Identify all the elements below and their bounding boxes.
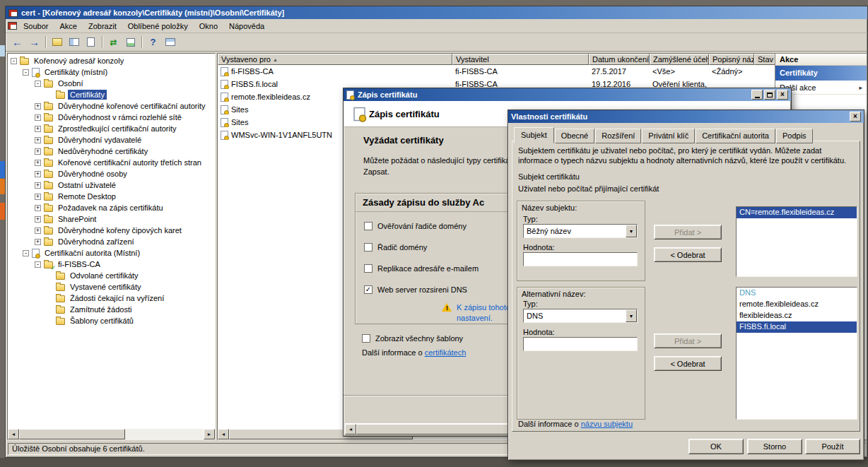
tree-item-ostatni-uzivatele[interactable]: +Ostatní uživatelé [8,179,215,191]
expand-icon[interactable]: + [35,239,41,245]
minimize-button[interactable] [751,90,763,100]
refresh-button[interactable]: ⇄ [105,35,122,49]
expand-icon[interactable]: + [35,103,41,110]
scroll-right-icon[interactable]: ► [204,429,215,439]
tree-item-duveryhodne-korenove-certifikacni-autority[interactable]: +Důvěryhodné kořenové certifikační autor… [8,100,215,112]
scroll-track[interactable] [125,429,204,439]
tree-item-korenovy-adresar-konzoly[interactable]: -Kořenový adresář konzoly [8,55,215,66]
tree-item-duveryhodnost-v-ramci-rozlehle-site[interactable]: +Důvěryhodnost v rámci rozlehlé sítě [8,112,215,123]
expand-icon[interactable]: + [35,160,41,166]
menu-soubor[interactable]: Soubor [18,20,53,32]
scroll-left-icon[interactable]: ◄ [8,429,19,439]
show-all-templates-checkbox[interactable]: Zobrazit všechny šablony [362,331,463,345]
alt-name-list[interactable]: DNSremote.flexibleideas.czflexibleideas.… [736,287,857,420]
tree-item-osobni[interactable]: -Osobní [8,78,215,89]
remove-subject-button[interactable]: < Odebrat [654,247,722,262]
expand-icon[interactable]: + [35,205,41,211]
tree-item-korenove-certifikacni-autority-tretich-stran[interactable]: +Kořenové certifikační autority třetích … [8,157,215,168]
subject-name-list[interactable]: CN=remote.flexibleideas.cz [736,206,857,277]
checkbox-unchecked[interactable] [364,264,373,273]
certificate-row[interactable]: fi-FISBS-CAfi-FISBS-CA27.5.2017<Vše><Žád… [218,65,775,78]
subject-value-input[interactable] [523,252,638,266]
tree-item-duveryhodne-koreny-cipovych-karet[interactable]: +Důvěryhodné kořeny čipových karet [8,225,215,236]
expand-icon[interactable]: + [35,182,41,189]
subject-entry[interactable]: CN=remote.flexibleideas.cz [737,207,857,218]
tree-item-zadosti-cekajici-na-vyrizeni[interactable]: +Žádosti čekající na vyřízení [8,292,215,304]
back-button[interactable]: ← [9,35,25,49]
menu-zobrazit[interactable]: Zobrazit [83,20,122,32]
expand-icon[interactable]: + [35,171,41,177]
tree-item-zprostredkujici-certifikacni-autority[interactable]: +Zprostředkující certifikační autority [8,123,215,134]
checkbox-unchecked[interactable] [364,222,373,230]
export-list-button[interactable] [122,35,139,49]
tree-item-fi-fisbs-ca[interactable]: -fi-FISBS-CA [8,259,215,270]
dropdown-arrow-icon[interactable]: ▼ [626,225,637,237]
add-subject-button[interactable]: Přidat > [654,225,722,240]
expand-icon[interactable]: + [35,137,41,143]
column-header-vystavitel[interactable]: Vystavitel [452,54,589,65]
alt-name-entry[interactable]: remote.flexibleideas.cz [737,299,857,310]
subject-name-link[interactable]: názvu subjektu [581,420,633,428]
column-header-datum-ukonceni[interactable]: Datum ukončení... [589,54,650,65]
maximize-button[interactable] [764,90,775,100]
tree-item-duveryhodna-zarizeni[interactable]: +Důvěryhodná zařízení [8,236,215,247]
certificates-link[interactable]: certifikátech [425,348,467,357]
tab-privatni-klic[interactable]: Privátní klíč [642,129,695,143]
menu-okno[interactable]: Okno [194,20,223,32]
column-header-vystaveno-pro[interactable]: Vystaveno pro▲ [218,54,452,65]
tab-obecne[interactable]: Obecné [555,129,595,143]
ok-button[interactable]: OK [688,439,744,454]
tree-item-odvolane-certifikaty[interactable]: +Odvolané certifikáty [8,270,215,281]
tree-item-certifikacni-autorita-mistni[interactable]: -Certifikační autorita (Místní) [8,247,215,259]
enroll-dialog-titlebar[interactable]: Zápis certifikátu × [344,88,791,101]
close-button[interactable]: × [777,90,788,100]
tree-item-certifikaty-mistni[interactable]: -Certifikáty (místní) [8,66,215,78]
add-alt-button[interactable]: Přidat > [654,333,722,348]
tree-item-vystavene-certifikaty[interactable]: +Vystavené certifikáty [8,281,215,292]
collapse-icon[interactable]: - [35,261,41,268]
tab-subjekt[interactable]: Subjekt [514,127,554,143]
child-window-icon[interactable] [8,22,17,30]
column-header-stav[interactable]: Stav [754,54,775,65]
tab-podpis[interactable]: Podpis [776,129,813,143]
checkbox-checked[interactable]: ✓ [364,285,373,294]
scroll-left-icon[interactable]: ◄ [345,424,356,435]
checkbox-unchecked[interactable] [364,243,373,252]
titlebar[interactable]: cert - [Kořenový adresář konzoly\Certifi… [6,6,867,19]
tree-hscrollbar[interactable]: ◄ ► [8,428,215,439]
expand-icon[interactable]: + [35,114,41,121]
tab-certifikacni-autorita[interactable]: Certifikační autorita [696,129,775,143]
remove-alt-button[interactable]: < Odebrat [654,356,722,371]
expand-icon[interactable]: + [35,194,41,200]
help-button[interactable]: ? [145,35,161,49]
column-header-popisny-nazev[interactable]: Popisný název [709,54,754,65]
scroll-thumb[interactable] [19,429,125,439]
alt-value-input[interactable] [523,337,638,351]
apply-button[interactable]: Použít [805,439,860,454]
column-header-zamyslene-ucely[interactable]: Zamýšlené účely [650,54,709,65]
tree-item-remote-desktop[interactable]: +Remote Desktop [8,191,215,202]
checkbox-unchecked[interactable] [362,334,370,343]
subject-type-select[interactable]: Běžný název ▼ [523,224,638,238]
dropdown-arrow-icon[interactable]: ▼ [626,309,637,322]
collapse-icon[interactable]: - [23,69,29,76]
actions-section-header[interactable]: Certifikáty [775,66,867,81]
tree-item-zamitnute-zadosti[interactable]: +Zamítnuté žádosti [8,304,215,315]
properties-dialog-titlebar[interactable]: Vlastnosti certifikátu × [508,110,864,123]
expand-icon[interactable]: + [35,227,41,234]
console-tree-button[interactable] [66,35,82,49]
menu-oblibene-polozky[interactable]: Oblíbené položky [123,20,193,32]
view-pane-button[interactable] [162,35,178,49]
forward-button[interactable]: → [26,35,42,49]
menu-napoveda[interactable]: Nápověda [224,20,269,32]
collapse-icon[interactable]: - [23,250,29,256]
tree-item-duveryhodni-vydavatele[interactable]: +Důvěryhodní vydavatelé [8,134,215,146]
expand-icon[interactable]: + [35,148,41,155]
tree-item-sablony-certifikatu[interactable]: +Šablony certifikátů [8,315,215,326]
export-console-button[interactable] [49,35,65,49]
cancel-button[interactable]: Storno [747,439,802,454]
alt-name-entry[interactable]: flexibleideas.cz [737,310,857,321]
tree-item-certifikaty[interactable]: +Certifikáty [8,89,215,100]
tree-item-duveryhodne-osoby[interactable]: +Důvěryhodné osoby [8,168,215,179]
tree-item-neduveryhodne-certifikaty[interactable]: +Nedůvěryhodné certifikáty [8,146,215,157]
